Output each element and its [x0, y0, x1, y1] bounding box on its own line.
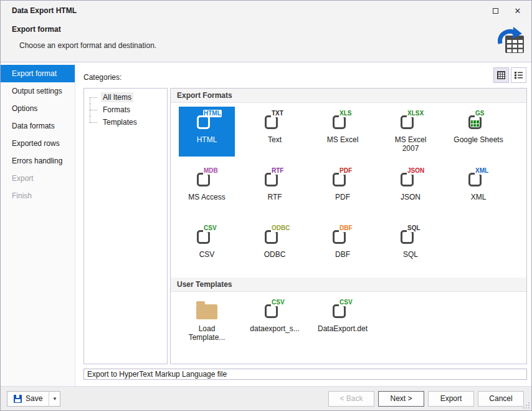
export-button[interactable]: Export: [428, 391, 474, 407]
rtf-file-icon: RTF: [260, 167, 289, 191]
format-badge: MDB: [203, 167, 219, 175]
format-tile-ms-access[interactable]: MDBMS Access: [179, 164, 235, 214]
document-outline: [401, 115, 414, 129]
maximize-button[interactable]: [484, 2, 506, 19]
category-item-formats[interactable]: Formats: [84, 104, 167, 116]
sidebar-item-export-format[interactable]: Export format: [1, 65, 75, 82]
format-tile-label: MS Excel 2007: [386, 135, 435, 153]
export-table-icon: [494, 26, 525, 57]
pdf-file-icon: PDF: [328, 167, 357, 191]
wizard-header: Data Export HTML ✕ Export format Choose …: [1, 1, 531, 62]
format-tile-label: CSV: [199, 250, 215, 259]
format-tile-google-sheets[interactable]: GSGoogle Sheets: [450, 107, 506, 157]
document-outline: [401, 230, 414, 244]
format-tile-label: DataExport.det: [318, 324, 368, 333]
category-label: Formats: [101, 105, 132, 115]
folder-shape: [196, 304, 217, 319]
format-tile-label: DBF: [335, 250, 350, 259]
export-formats-panel: Export FormatsHTMLHTMLTXTTextXLSMS Excel…: [170, 88, 527, 364]
format-badge: GS: [475, 110, 485, 117]
format-tile-label: MS Access: [188, 193, 225, 201]
next-button[interactable]: Next >: [378, 391, 424, 407]
resize-grip[interactable]: [528, 407, 530, 409]
format-badge: DBF: [339, 225, 353, 232]
sidebar-item-finish: Finish: [1, 187, 75, 205]
format-tile-label: SQL: [403, 250, 418, 259]
close-icon: ✕: [515, 7, 521, 15]
format-tile-text[interactable]: TXTText: [247, 107, 303, 157]
save-dropdown-button[interactable]: ▼: [49, 392, 60, 406]
format-badge: XLSX: [407, 110, 424, 117]
group-header-user-templates: User Templates: [171, 278, 526, 292]
format-tile-ms-excel-2007[interactable]: XLSXMS Excel 2007: [382, 107, 439, 157]
format-tile-dbf[interactable]: DBFDBF: [315, 221, 371, 271]
format-tile-ms-excel[interactable]: XLSMS Excel: [315, 107, 371, 157]
html-file-icon: HTML: [192, 110, 221, 133]
dataexport-det-file-icon: CSV: [328, 299, 357, 322]
format-badge: ODBC: [271, 225, 290, 232]
document-outline: [197, 115, 210, 129]
category-label: Templates: [101, 117, 139, 127]
document-outline: [197, 173, 210, 186]
categories-tree: All ItemsFormatsTemplates: [83, 88, 168, 364]
sidebar-item-output-settings[interactable]: Output settings: [1, 82, 75, 100]
format-badge: CSV: [339, 299, 353, 306]
ms-excel-file-icon: XLS: [328, 110, 357, 133]
dbf-file-icon: DBF: [328, 225, 357, 248]
sidebar-item-data-formats[interactable]: Data formats: [1, 117, 75, 135]
document-outline: [333, 115, 346, 129]
document-outline: [333, 304, 346, 318]
document-outline: [401, 173, 414, 186]
list-view-button[interactable]: [511, 67, 526, 83]
page-title: Export format: [12, 25, 61, 34]
format-badge: CSV: [203, 225, 217, 232]
format-badge: HTML: [203, 110, 222, 117]
format-tile-load-template[interactable]: Load Template...: [179, 296, 235, 346]
format-badge: PDF: [339, 167, 353, 175]
cancel-button[interactable]: Cancel: [478, 391, 524, 407]
document-outline: [333, 230, 346, 244]
category-item-all-items[interactable]: All Items: [84, 91, 167, 104]
format-badge: CSV: [271, 299, 285, 306]
format-tile-html[interactable]: HTMLHTML: [179, 107, 235, 157]
format-tile-dataexport-det[interactable]: CSVDataExport.det: [315, 296, 371, 346]
save-icon: [14, 395, 22, 403]
format-badge: SQL: [407, 225, 421, 232]
format-tile-label: dataexport_s...: [250, 324, 299, 333]
format-tile-label: HTML: [197, 135, 217, 144]
category-item-templates[interactable]: Templates: [84, 116, 167, 128]
sidebar-item-exported-rows[interactable]: Exported rows: [1, 135, 75, 152]
format-description-bar: Export to HyperText Markup Language file: [83, 369, 527, 380]
format-tile-csv[interactable]: CSVCSV: [179, 221, 235, 271]
grid-view-icon: [497, 71, 505, 79]
grid-view-button[interactable]: [493, 67, 509, 83]
data-export-wizard-window: Data Export HTML ✕ Export format Choose …: [0, 0, 532, 411]
format-tile-dataexport-s[interactable]: CSVdataexport_s...: [247, 296, 303, 346]
titlebar: Data Export HTML ✕: [1, 1, 531, 21]
save-split-button: Save ▼: [7, 391, 60, 407]
format-tile-sql[interactable]: SQLSQL: [382, 221, 439, 271]
list-view-icon: [515, 71, 523, 79]
export-formats-grid: HTMLHTMLTXTTextXLSMS ExcelXLSXMS Excel 2…: [171, 103, 526, 278]
format-badge: TXT: [271, 110, 284, 117]
chevron-down-icon: ▼: [52, 396, 57, 402]
save-button[interactable]: Save: [7, 392, 49, 406]
sidebar-item-export: Export: [1, 170, 75, 187]
sidebar-item-errors-handling[interactable]: Errors handling: [1, 152, 75, 170]
close-button[interactable]: ✕: [506, 2, 529, 19]
format-tile-pdf[interactable]: PDFPDF: [315, 164, 371, 214]
google-sheets-file-icon: GS: [464, 110, 493, 133]
sidebar-item-options[interactable]: Options: [1, 100, 75, 117]
wizard-steps-sidebar: Export formatOutput settingsOptionsData …: [1, 63, 75, 386]
format-tile-label: ODBC: [264, 250, 286, 259]
tree-connector: [90, 91, 98, 104]
format-tile-label: Text: [268, 135, 282, 144]
format-badge: XLS: [339, 110, 352, 117]
format-tile-odbc[interactable]: ODBCODBC: [247, 221, 303, 271]
format-tile-label: PDF: [335, 193, 350, 201]
format-tile-xml[interactable]: XMLXML: [450, 164, 506, 214]
format-badge: XML: [475, 167, 489, 175]
ms-access-file-icon: MDB: [192, 167, 221, 191]
format-tile-json[interactable]: JSONJSON: [382, 164, 439, 214]
format-tile-rtf[interactable]: RTFRTF: [247, 164, 303, 214]
